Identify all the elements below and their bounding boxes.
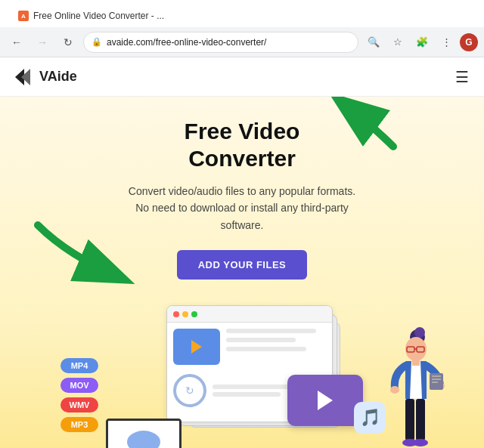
mov-badge: MOV [60, 378, 98, 393]
card-line-2 [226, 338, 296, 342]
browser-chrome: A Free Online Video Converter - ... ← → … [0, 0, 484, 57]
wmv-badge: WMV [60, 397, 98, 412]
logo-text: VAide [39, 69, 77, 85]
logo: VAide [15, 66, 77, 88]
laptop-illustration [98, 419, 189, 448]
card-line-1 [226, 329, 316, 333]
url-text: avaide.com/free-online-video-converter/ [107, 37, 350, 48]
hero-title: Free Video Converter [15, 118, 469, 172]
format-badges: MP4 MOV WMV MP3 [60, 358, 98, 432]
cards-stack: ↻ 🎵 [166, 305, 363, 441]
card-lines-container [226, 329, 326, 351]
dot-yellow [182, 311, 188, 317]
play-triangle-icon [191, 340, 202, 354]
hero-section: Free Video Converter Convert video/audio… [0, 97, 484, 448]
svg-point-19 [413, 439, 428, 446]
extensions-icon-button[interactable]: 🧩 [411, 32, 433, 53]
address-bar[interactable]: 🔒 avaide.com/free-online-video-converter… [83, 32, 358, 53]
svg-rect-21 [432, 375, 441, 377]
svg-rect-23 [432, 382, 438, 383]
svg-rect-17 [416, 399, 425, 440]
search-icon-button[interactable]: 🔍 [363, 32, 384, 53]
music-note-icon: 🎵 [360, 408, 380, 428]
forward-button[interactable]: → [32, 32, 53, 53]
svg-point-5 [414, 327, 425, 338]
lock-icon: 🔒 [92, 37, 102, 47]
svg-rect-16 [405, 399, 414, 440]
user-avatar[interactable]: G [460, 33, 478, 51]
logo-icon [15, 66, 36, 88]
active-tab[interactable]: A Free Online Video Converter - ... [6, 5, 176, 27]
mp3-badge: MP3 [60, 417, 98, 432]
reload-button[interactable]: ↻ [57, 32, 79, 53]
svg-rect-22 [432, 378, 441, 380]
dot-red [173, 311, 179, 317]
add-files-button[interactable]: ADD YOUR FILES [177, 250, 308, 280]
toolbar-icons: 🔍 ☆ 🧩 ⋮ G [363, 32, 478, 53]
svg-rect-13 [412, 360, 420, 366]
tab-title: Free Online Video Converter - ... [33, 11, 164, 21]
character-svg [378, 320, 446, 448]
refresh-arrow-icon: ↻ [185, 385, 194, 397]
card-header [167, 306, 332, 323]
illustration: ↻ 🎵 [15, 298, 469, 448]
browser-tab-bar: A Free Online Video Converter - ... [0, 0, 484, 27]
refresh-icon: ↻ [173, 374, 206, 407]
laptop-oval-graphic [127, 431, 160, 448]
dot-green [191, 311, 197, 317]
site-header: VAide ☰ [0, 57, 484, 97]
svg-point-14 [390, 386, 399, 394]
back-button[interactable]: ← [6, 32, 27, 53]
bookmark-icon-button[interactable]: ☆ [387, 32, 408, 53]
card-line-3 [226, 347, 306, 351]
card-content [167, 323, 332, 371]
hamburger-menu[interactable]: ☰ [455, 68, 469, 86]
card-line-5 [213, 392, 281, 397]
website-content: VAide ☰ Free Video Converter [0, 57, 484, 448]
laptop-screen [106, 419, 182, 448]
purple-play-icon [318, 391, 333, 410]
browser-toolbar: ← → ↻ 🔒 avaide.com/free-online-video-con… [0, 27, 484, 57]
menu-icon-button[interactable]: ⋮ [436, 32, 457, 53]
play-button-box [173, 329, 220, 365]
character-illustration [378, 320, 446, 448]
tab-favicon: A [18, 11, 29, 21]
purple-play-card [287, 375, 363, 426]
mp4-badge: MP4 [60, 358, 98, 373]
hero-subtitle: Convert video/audio files to any popular… [121, 183, 363, 233]
